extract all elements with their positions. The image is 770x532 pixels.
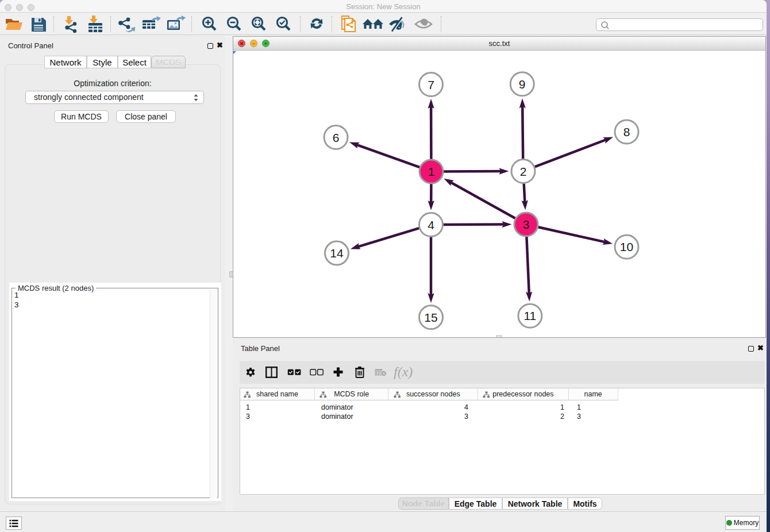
svg-text:11: 11 — [523, 309, 536, 322]
svg-text:14: 14 — [330, 246, 344, 260]
svg-text:2: 2 — [520, 165, 527, 178]
svg-text:4: 4 — [428, 218, 434, 232]
svg-text:10: 10 — [620, 240, 633, 253]
svg-text:3: 3 — [523, 218, 530, 231]
svg-text:15: 15 — [424, 311, 437, 324]
svg-text:6: 6 — [333, 131, 340, 144]
svg-text:9: 9 — [519, 78, 526, 91]
svg-text:7: 7 — [428, 78, 434, 91]
svg-text:8: 8 — [623, 125, 630, 138]
svg-text:1: 1 — [428, 165, 435, 178]
